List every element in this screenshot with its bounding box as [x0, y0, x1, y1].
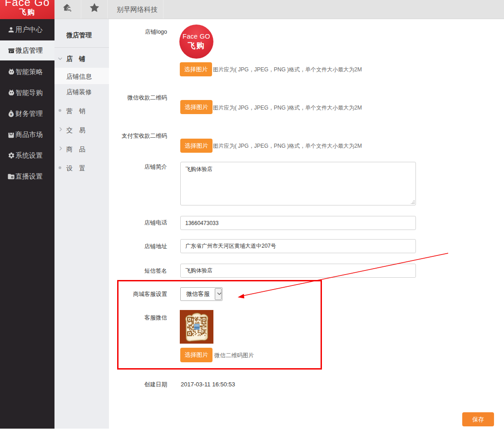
svg-text:¥: ¥ [10, 112, 12, 116]
